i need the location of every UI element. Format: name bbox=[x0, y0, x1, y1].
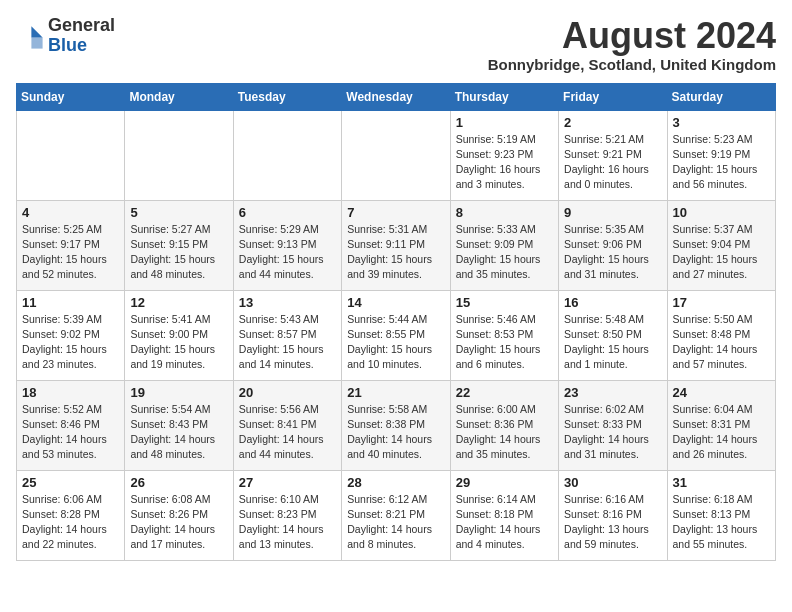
day-info-line: Sunset: 9:11 PM bbox=[347, 237, 444, 252]
day-info: Sunrise: 5:54 AMSunset: 8:43 PMDaylight:… bbox=[130, 402, 227, 463]
day-info-line: Daylight: 14 hours bbox=[347, 432, 444, 447]
day-info-line: Sunrise: 6:16 AM bbox=[564, 492, 661, 507]
calendar-cell: 26Sunrise: 6:08 AMSunset: 8:26 PMDayligh… bbox=[125, 470, 233, 560]
logo-general: General bbox=[48, 15, 115, 35]
day-info-line: Daylight: 16 hours bbox=[564, 162, 661, 177]
day-info-line: Sunset: 8:36 PM bbox=[456, 417, 553, 432]
day-info-line: Sunrise: 5:33 AM bbox=[456, 222, 553, 237]
day-info-line: Sunset: 8:43 PM bbox=[130, 417, 227, 432]
calendar-week-row: 11Sunrise: 5:39 AMSunset: 9:02 PMDayligh… bbox=[17, 290, 776, 380]
day-info: Sunrise: 6:02 AMSunset: 8:33 PMDaylight:… bbox=[564, 402, 661, 463]
day-info-line: Sunrise: 5:56 AM bbox=[239, 402, 336, 417]
day-info: Sunrise: 5:23 AMSunset: 9:19 PMDaylight:… bbox=[673, 132, 770, 193]
calendar-cell bbox=[17, 110, 125, 200]
calendar-cell: 11Sunrise: 5:39 AMSunset: 9:02 PMDayligh… bbox=[17, 290, 125, 380]
day-info-line: and 44 minutes. bbox=[239, 447, 336, 462]
day-info-line: Sunrise: 5:43 AM bbox=[239, 312, 336, 327]
day-info-line: Sunrise: 5:54 AM bbox=[130, 402, 227, 417]
day-number: 4 bbox=[22, 205, 119, 220]
day-number: 12 bbox=[130, 295, 227, 310]
day-info-line: Daylight: 14 hours bbox=[22, 432, 119, 447]
day-info-line: Daylight: 15 hours bbox=[22, 252, 119, 267]
day-info-line: Sunset: 8:50 PM bbox=[564, 327, 661, 342]
day-info-line: Daylight: 15 hours bbox=[564, 252, 661, 267]
title-block: August 2024 Bonnybridge, Scotland, Unite… bbox=[488, 16, 776, 73]
day-info-line: Sunrise: 5:35 AM bbox=[564, 222, 661, 237]
day-info-line: Sunrise: 5:37 AM bbox=[673, 222, 770, 237]
day-info: Sunrise: 6:16 AMSunset: 8:16 PMDaylight:… bbox=[564, 492, 661, 553]
day-info: Sunrise: 5:39 AMSunset: 9:02 PMDaylight:… bbox=[22, 312, 119, 373]
day-number: 22 bbox=[456, 385, 553, 400]
day-number: 29 bbox=[456, 475, 553, 490]
day-info-line: Sunrise: 5:58 AM bbox=[347, 402, 444, 417]
calendar-cell: 17Sunrise: 5:50 AMSunset: 8:48 PMDayligh… bbox=[667, 290, 775, 380]
day-number: 5 bbox=[130, 205, 227, 220]
day-info: Sunrise: 6:04 AMSunset: 8:31 PMDaylight:… bbox=[673, 402, 770, 463]
day-info-line: Sunset: 8:53 PM bbox=[456, 327, 553, 342]
day-info-line: Sunrise: 5:46 AM bbox=[456, 312, 553, 327]
calendar-cell: 29Sunrise: 6:14 AMSunset: 8:18 PMDayligh… bbox=[450, 470, 558, 560]
day-info-line: Sunrise: 6:02 AM bbox=[564, 402, 661, 417]
day-info-line: Daylight: 15 hours bbox=[347, 252, 444, 267]
day-info-line: Sunset: 8:31 PM bbox=[673, 417, 770, 432]
weekday-header: Thursday bbox=[450, 83, 558, 110]
day-info-line: and 53 minutes. bbox=[22, 447, 119, 462]
day-info-line: Daylight: 15 hours bbox=[130, 342, 227, 357]
day-info-line: Sunset: 8:26 PM bbox=[130, 507, 227, 522]
day-info-line: and 52 minutes. bbox=[22, 267, 119, 282]
calendar-cell: 19Sunrise: 5:54 AMSunset: 8:43 PMDayligh… bbox=[125, 380, 233, 470]
day-info-line: Daylight: 14 hours bbox=[347, 522, 444, 537]
day-info: Sunrise: 5:29 AMSunset: 9:13 PMDaylight:… bbox=[239, 222, 336, 283]
day-info-line: Sunset: 9:19 PM bbox=[673, 147, 770, 162]
day-info: Sunrise: 5:46 AMSunset: 8:53 PMDaylight:… bbox=[456, 312, 553, 373]
day-info-line: Sunrise: 5:50 AM bbox=[673, 312, 770, 327]
calendar-cell bbox=[342, 110, 450, 200]
day-number: 24 bbox=[673, 385, 770, 400]
day-info-line: Sunrise: 5:41 AM bbox=[130, 312, 227, 327]
day-info-line: Daylight: 15 hours bbox=[456, 252, 553, 267]
day-info-line: Sunrise: 5:21 AM bbox=[564, 132, 661, 147]
day-info: Sunrise: 6:08 AMSunset: 8:26 PMDaylight:… bbox=[130, 492, 227, 553]
day-info: Sunrise: 5:43 AMSunset: 8:57 PMDaylight:… bbox=[239, 312, 336, 373]
day-info-line: Daylight: 15 hours bbox=[673, 252, 770, 267]
calendar-cell: 21Sunrise: 5:58 AMSunset: 8:38 PMDayligh… bbox=[342, 380, 450, 470]
day-info-line: and 10 minutes. bbox=[347, 357, 444, 372]
logo-text: General Blue bbox=[48, 16, 115, 56]
day-info-line: and 48 minutes. bbox=[130, 447, 227, 462]
day-info-line: and 1 minute. bbox=[564, 357, 661, 372]
calendar-cell: 18Sunrise: 5:52 AMSunset: 8:46 PMDayligh… bbox=[17, 380, 125, 470]
calendar-cell: 10Sunrise: 5:37 AMSunset: 9:04 PMDayligh… bbox=[667, 200, 775, 290]
day-number: 3 bbox=[673, 115, 770, 130]
day-info: Sunrise: 5:19 AMSunset: 9:23 PMDaylight:… bbox=[456, 132, 553, 193]
calendar-cell: 3Sunrise: 5:23 AMSunset: 9:19 PMDaylight… bbox=[667, 110, 775, 200]
day-info-line: Sunrise: 6:06 AM bbox=[22, 492, 119, 507]
day-info: Sunrise: 6:14 AMSunset: 8:18 PMDaylight:… bbox=[456, 492, 553, 553]
svg-marker-1 bbox=[31, 37, 42, 48]
day-info-line: and 44 minutes. bbox=[239, 267, 336, 282]
day-info-line: Sunrise: 5:48 AM bbox=[564, 312, 661, 327]
calendar-cell: 7Sunrise: 5:31 AMSunset: 9:11 PMDaylight… bbox=[342, 200, 450, 290]
day-number: 14 bbox=[347, 295, 444, 310]
day-info-line: Sunset: 8:13 PM bbox=[673, 507, 770, 522]
day-info-line: Daylight: 15 hours bbox=[347, 342, 444, 357]
day-number: 20 bbox=[239, 385, 336, 400]
day-number: 15 bbox=[456, 295, 553, 310]
day-info-line: and 31 minutes. bbox=[564, 267, 661, 282]
day-info-line: Daylight: 14 hours bbox=[239, 522, 336, 537]
day-number: 27 bbox=[239, 475, 336, 490]
calendar-cell: 2Sunrise: 5:21 AMSunset: 9:21 PMDaylight… bbox=[559, 110, 667, 200]
weekday-header: Friday bbox=[559, 83, 667, 110]
day-info: Sunrise: 5:48 AMSunset: 8:50 PMDaylight:… bbox=[564, 312, 661, 373]
weekday-header: Saturday bbox=[667, 83, 775, 110]
day-info: Sunrise: 5:21 AMSunset: 9:21 PMDaylight:… bbox=[564, 132, 661, 193]
day-info-line: and 26 minutes. bbox=[673, 447, 770, 462]
day-info-line: Sunset: 9:00 PM bbox=[130, 327, 227, 342]
day-info-line: and 13 minutes. bbox=[239, 537, 336, 552]
calendar-cell: 9Sunrise: 5:35 AMSunset: 9:06 PMDaylight… bbox=[559, 200, 667, 290]
day-info: Sunrise: 5:56 AMSunset: 8:41 PMDaylight:… bbox=[239, 402, 336, 463]
calendar-body: 1Sunrise: 5:19 AMSunset: 9:23 PMDaylight… bbox=[17, 110, 776, 560]
calendar-cell: 5Sunrise: 5:27 AMSunset: 9:15 PMDaylight… bbox=[125, 200, 233, 290]
day-info-line: and 55 minutes. bbox=[673, 537, 770, 552]
day-number: 26 bbox=[130, 475, 227, 490]
day-info-line: and 56 minutes. bbox=[673, 177, 770, 192]
